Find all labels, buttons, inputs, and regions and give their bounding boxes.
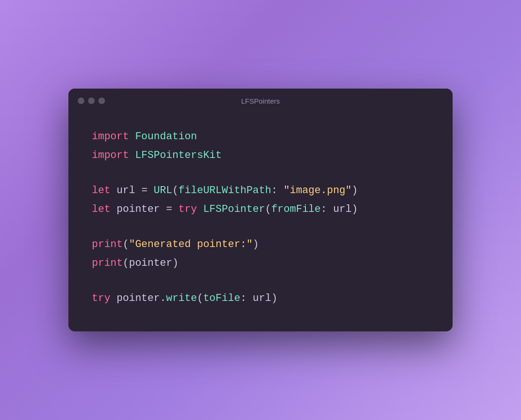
code-line-print2: print(pointer) [92, 254, 429, 273]
code-window: LFSPointers import Foundation import LFS… [68, 89, 453, 331]
close-button[interactable] [78, 98, 84, 104]
param-fileurl: fileURLWithPath [179, 185, 271, 196]
param-tofile: toFile [203, 292, 240, 304]
titlebar: LFSPointers [68, 89, 453, 113]
keyword-let1: let [92, 185, 111, 196]
code-line-try-write: try pointer.write(toFile: url) [92, 289, 429, 308]
code-line-let-url: let url = URL(fileURLWithPath: "image.pn… [92, 181, 429, 200]
param-fromfile: fromFile [271, 203, 321, 215]
maximize-button[interactable] [98, 98, 105, 104]
keyword-import2: import [92, 150, 129, 161]
minimize-button[interactable] [88, 98, 95, 104]
keyword-let2: let [92, 203, 111, 215]
keyword-try2: try [92, 292, 111, 304]
code-line-import2: import LFSPointersKit [92, 146, 429, 165]
code-line-import1: import Foundation [92, 128, 429, 146]
code-area: import Foundation import LFSPointersKit … [68, 113, 453, 331]
code-line-let-pointer: let pointer = try LFSPointer(fromFile: u… [92, 200, 429, 219]
class-url: URL [154, 185, 172, 196]
code-line-print1: print("Generated pointer:") [92, 235, 429, 254]
fn-write: write [166, 292, 197, 304]
keyword-print2: print [92, 257, 123, 269]
class-lfskit: LFSPointersKit [135, 150, 222, 161]
keyword-try1: try [179, 203, 197, 215]
blank-line-2 [92, 218, 429, 235]
blank-line-3 [92, 272, 429, 289]
string-generated: "Generated pointer:" [129, 239, 253, 250]
traffic-lights [78, 98, 105, 104]
class-lfspointer: LFSPointer [203, 203, 265, 215]
string-imagepng: "image.png" [283, 185, 351, 196]
window-title: LFSPointers [241, 97, 280, 105]
blank-line-1 [92, 165, 429, 181]
keyword-import: import [92, 131, 129, 142]
keyword-print1: print [92, 239, 123, 250]
class-foundation: Foundation [135, 131, 197, 142]
